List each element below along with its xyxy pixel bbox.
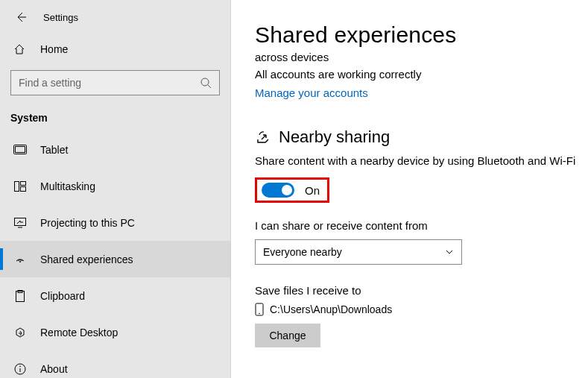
- sidebar-item-label: Multitasking: [40, 180, 95, 192]
- header-row: Settings: [0, 0, 230, 34]
- sidebar-item-multitasking[interactable]: Multitasking: [0, 168, 230, 204]
- change-location-button[interactable]: Change: [255, 324, 320, 347]
- section-title: Nearby sharing: [279, 127, 390, 147]
- svg-rect-2: [16, 146, 25, 152]
- sidebar-item-label: Shared experiences: [40, 253, 133, 265]
- app-title: Settings: [43, 12, 78, 23]
- tablet-icon: [13, 143, 27, 157]
- svg-point-13: [259, 313, 260, 315]
- home-icon: [13, 43, 27, 55]
- clipboard-icon: [13, 289, 27, 303]
- search-icon: [200, 77, 212, 89]
- nearby-sharing-toggle[interactable]: [262, 183, 294, 198]
- share-scope-select[interactable]: Everyone nearby: [255, 239, 462, 265]
- multitasking-icon: [13, 180, 27, 193]
- nearby-sharing-icon: [255, 129, 271, 145]
- sidebar-item-clipboard[interactable]: Clipboard: [0, 277, 230, 314]
- remote-desktop-icon: [13, 326, 27, 339]
- toggle-state-label: On: [305, 184, 320, 197]
- sidebar-item-shared-experiences[interactable]: Shared experiences: [0, 241, 230, 277]
- sidebar-item-label: About: [40, 363, 68, 375]
- sidebar-item-label: Projecting to this PC: [40, 217, 135, 229]
- shared-experiences-icon: [13, 253, 27, 266]
- sidebar-item-tablet[interactable]: Tablet: [0, 131, 230, 168]
- account-status: All accounts are working correctly: [255, 68, 588, 81]
- search-wrap: [0, 64, 230, 98]
- nearby-sharing-desc: Share content with a nearby device by us…: [255, 154, 588, 167]
- save-location-label: Save files I receive to: [255, 284, 588, 297]
- section-nearby-sharing: Nearby sharing: [255, 127, 588, 147]
- nearby-sharing-toggle-highlight: On: [255, 177, 329, 203]
- svg-point-7: [19, 261, 21, 262]
- svg-point-0: [201, 78, 209, 86]
- save-location-row: C:\Users\Anup\Downloads: [255, 303, 588, 316]
- share-scope-label: I can share or receive content from: [255, 219, 588, 232]
- sidebar-item-about[interactable]: About: [0, 350, 230, 378]
- home-label: Home: [40, 43, 68, 55]
- share-scope-value: Everyone nearby: [263, 246, 342, 258]
- sidebar-item-label: Clipboard: [40, 290, 85, 302]
- back-button[interactable]: [10, 7, 31, 28]
- device-icon: [255, 303, 264, 316]
- truncated-text: across devices: [255, 51, 588, 63]
- svg-rect-4: [21, 181, 26, 185]
- main-content: Shared experiences across devices All ac…: [231, 0, 588, 378]
- category-label: System: [0, 98, 230, 131]
- chevron-down-icon: [445, 248, 454, 256]
- nav-list: Tablet Multitasking Projecting to this P…: [0, 131, 230, 378]
- back-arrow-icon: [15, 11, 27, 23]
- sidebar-item-label: Tablet: [40, 144, 68, 156]
- home-nav[interactable]: Home: [0, 34, 230, 64]
- svg-point-11: [19, 365, 21, 367]
- sidebar: Settings Home System Tablet Multitasking…: [0, 0, 231, 378]
- manage-accounts-link[interactable]: Manage your accounts: [255, 86, 368, 99]
- svg-rect-3: [15, 181, 19, 191]
- search-box[interactable]: [10, 70, 220, 95]
- save-location-path: C:\Users\Anup\Downloads: [270, 303, 392, 315]
- sidebar-item-remote-desktop[interactable]: Remote Desktop: [0, 314, 230, 350]
- about-icon: [13, 362, 27, 376]
- sidebar-item-projecting[interactable]: Projecting to this PC: [0, 204, 230, 241]
- search-input[interactable]: [19, 77, 200, 89]
- page-title: Shared experiences: [255, 22, 588, 48]
- svg-rect-5: [21, 186, 26, 191]
- projecting-icon: [13, 216, 27, 230]
- sidebar-item-label: Remote Desktop: [40, 327, 118, 338]
